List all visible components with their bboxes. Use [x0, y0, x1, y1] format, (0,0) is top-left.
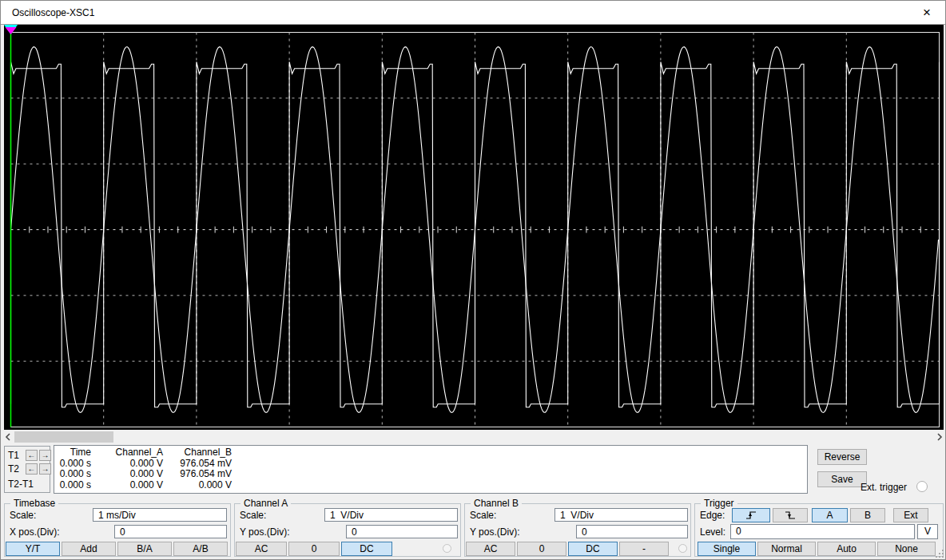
timebase-add-button[interactable]: Add [62, 542, 116, 556]
channel-b-ac-button[interactable]: AC [466, 542, 515, 556]
trigger-falling-edge-button[interactable] [773, 508, 808, 522]
t2-label: T2 [8, 463, 24, 475]
t2-left-arrow-icon[interactable]: ← [26, 463, 38, 475]
t1-channel-a: 0.000 V [91, 459, 163, 470]
oscilloscope-window: Oscilloscope-XSC1 × T1 ← → T2 ← → T2-T1 [0, 0, 946, 560]
timebase-xpos-input[interactable]: 0 [114, 525, 227, 538]
channel-b-terminal[interactable] [678, 544, 687, 553]
ext-trigger-terminal[interactable] [916, 481, 928, 492]
trigger-group: Trigger Edge: A B Ext Level: 0 V Single … [694, 503, 944, 557]
trigger-level-label: Level: [700, 526, 725, 538]
close-icon[interactable]: × [908, 1, 945, 24]
channel-b-zero-button[interactable]: 0 [517, 542, 566, 556]
save-button[interactable]: Save [817, 471, 867, 487]
cursor-control-panel: T1 ← → T2 ← → T2-T1 [4, 446, 50, 493]
trigger-level-input[interactable]: 0 [730, 524, 915, 539]
col-header-channel-a: Channel_A [91, 447, 163, 459]
channel-b-dc-button[interactable]: DC [568, 542, 618, 556]
t2-right-arrow-icon[interactable]: → [39, 463, 51, 475]
channel-a-zero-button[interactable]: 0 [288, 542, 340, 556]
scrollbar-track[interactable] [14, 431, 933, 443]
cursor-t1-marker[interactable] [6, 27, 17, 34]
rising-edge-icon [745, 510, 757, 521]
timebase-scale-label: Scale: [10, 510, 36, 521]
readout-header-row: Time Channel_A Channel_B [54, 447, 807, 459]
trigger-single-button[interactable]: Single [698, 542, 756, 556]
trigger-none-button[interactable]: None [877, 542, 936, 556]
t1-channel-b: 976.054 mV [163, 459, 232, 470]
reverse-button[interactable]: Reverse [817, 449, 867, 465]
trigger-source-ext-button[interactable]: Ext [893, 508, 928, 522]
t2-row: T2 ← → [8, 463, 51, 475]
horizontal-scrollbar[interactable] [2, 431, 946, 443]
resize-grip[interactable] [936, 550, 944, 558]
window-title: Oscilloscope-XSC1 [12, 7, 94, 18]
t1-right-arrow-icon[interactable]: → [39, 450, 51, 461]
channel-b-group: Channel B Scale: 1 V/Div Y pos.(Div): 0 … [464, 503, 691, 557]
t2-t1-row: T2-T1 [8, 479, 34, 490]
readout-row-t1: 0.000 s 0.000 V 976.054 mV [54, 459, 807, 470]
measurement-readout: Time Channel_A Channel_B 0.000 s 0.000 V… [54, 445, 808, 494]
channel-a-legend: Channel A [240, 498, 291, 509]
t2-t1-channel-b: 0.000 V [163, 480, 232, 491]
t1-time: 0.000 s [54, 459, 91, 470]
t2-channel-a: 0.000 V [91, 469, 163, 480]
t2-t1-channel-a: 0.000 V [91, 480, 163, 491]
channel-b-ypos-label: Y pos.(Div): [470, 526, 519, 538]
t2-time: 0.000 s [54, 469, 91, 480]
trigger-edge-label: Edge: [700, 510, 725, 521]
channel-a-ac-button[interactable]: AC [236, 542, 287, 556]
waveform-plot [4, 25, 944, 430]
timebase-xpos-label: X pos.(Div): [10, 526, 60, 538]
trigger-source-a-button[interactable]: A [812, 508, 848, 522]
channel-b-minus-button[interactable]: - [619, 542, 669, 556]
timebase-ab-button[interactable]: A/B [173, 542, 228, 556]
t1-left-arrow-icon[interactable]: ← [26, 450, 38, 461]
timebase-ba-button[interactable]: B/A [117, 542, 172, 556]
channel-b-legend: Channel B [471, 498, 522, 509]
trigger-auto-button[interactable]: Auto [817, 542, 876, 556]
falling-edge-icon [784, 510, 797, 521]
channel-b-scale-input[interactable]: 1 V/Div [554, 508, 688, 522]
channel-a-group: Channel A Scale: 1 V/Div Y pos.(Div): 0 … [234, 503, 461, 557]
channel-a-scale-label: Scale: [240, 510, 266, 521]
channel-a-scale-input[interactable]: 1 V/Div [324, 508, 458, 522]
oscilloscope-display [4, 25, 944, 430]
t2-t1-time: 0.000 s [54, 480, 91, 491]
scroll-left-icon[interactable] [2, 431, 14, 443]
t1-row: T1 ← → [8, 450, 51, 461]
trigger-rising-edge-button[interactable] [732, 508, 770, 522]
readout-row-t2: 0.000 s 0.000 V 976.054 mV [54, 469, 807, 480]
trigger-normal-button[interactable]: Normal [757, 542, 816, 556]
timebase-yt-button[interactable]: Y/T [6, 542, 60, 556]
channel-a-dc-button[interactable]: DC [341, 542, 392, 556]
channel-a-terminal[interactable] [443, 544, 451, 553]
col-header-time: Time [54, 447, 91, 459]
title-bar[interactable]: Oscilloscope-XSC1 × [1, 1, 945, 25]
readout-row-t2-t1: 0.000 s 0.000 V 0.000 V [54, 480, 807, 491]
scrollbar-thumb[interactable] [14, 431, 113, 443]
t2-t1-label: T2-T1 [8, 479, 34, 490]
timebase-group: Timebase Scale: 1 ms/Div X pos.(Div): 0 … [4, 503, 231, 557]
ext-trigger-label: Ext. trigger [861, 482, 907, 493]
t2-channel-b: 976.054 mV [163, 469, 232, 480]
t1-label: T1 [8, 450, 24, 461]
timebase-scale-input[interactable]: 1 ms/Div [93, 508, 227, 522]
trigger-source-b-button[interactable]: B [850, 508, 885, 522]
channel-b-scale-label: Scale: [470, 510, 496, 521]
col-header-channel-b: Channel_B [163, 447, 232, 459]
scroll-right-icon[interactable] [933, 431, 946, 443]
channel-b-ypos-input[interactable]: 0 [576, 525, 688, 538]
waveform-traces [11, 47, 940, 413]
trigger-level-unit-select[interactable]: V [917, 524, 938, 539]
time-cursor-t1[interactable] [4, 25, 18, 427]
channel-a-ypos-label: Y pos.(Div): [240, 526, 289, 538]
timebase-legend: Timebase [10, 498, 58, 509]
channel-a-ypos-input[interactable]: 0 [346, 525, 458, 538]
